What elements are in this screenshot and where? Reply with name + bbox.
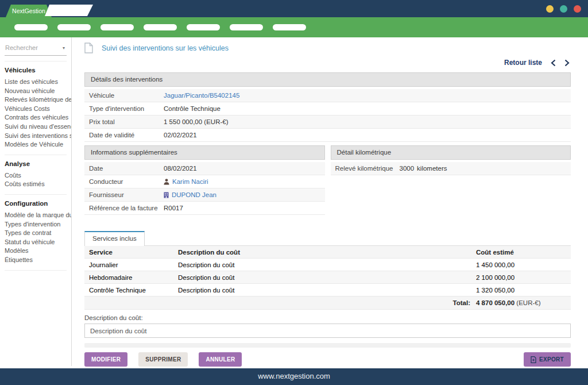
titlebar: NextGestion: [0, 0, 588, 17]
field-value: 1 550 000,00 (EUR-€): [164, 118, 229, 125]
sidebar-item-liste-vehicules[interactable]: Liste des véhicules: [5, 78, 71, 87]
total-amount: 4 870 050,00: [476, 299, 514, 306]
sidebar-search[interactable]: ▾: [5, 42, 67, 56]
details-panel-header: Détails des interventions: [84, 72, 571, 87]
sidebar-item-suivi-interventions[interactable]: Suivi des interventions su...: [5, 132, 71, 141]
page-title: Suivi des interventions sur les véhicule…: [102, 44, 229, 52]
window-dot-red-icon[interactable]: [574, 5, 581, 13]
sidebar-item-modeles[interactable]: Modèles: [5, 247, 71, 256]
sidebar-section-vehicules: Véhicules Liste des véhicules Nouveau vé…: [5, 67, 71, 149]
table-row: Contrôle Technique Description du coût 1…: [84, 284, 571, 297]
sidebar-section-title: Analyse: [5, 160, 71, 167]
nav-pill[interactable]: [57, 24, 91, 30]
field-label: Fournisseur: [89, 191, 164, 198]
search-input[interactable]: [5, 44, 52, 51]
supp-row-conducteur: Conducteur Karim Naciri: [84, 175, 325, 188]
window-dot-yellow-icon[interactable]: [546, 5, 554, 13]
total-value: 4 870 050,00 (EUR-€): [476, 299, 571, 306]
sidebar-item-types-intervention[interactable]: Types d'intervention: [5, 220, 71, 229]
field-label: Relevé kilométrique: [335, 165, 400, 172]
supplier-name: DUPOND Jean: [172, 191, 216, 198]
field-value: Contrôle Technique: [164, 105, 220, 112]
total-currency: (EUR-€): [516, 299, 540, 306]
cancel-button[interactable]: ANNULER: [199, 352, 242, 367]
window-dot-green-icon[interactable]: [560, 5, 567, 13]
detail-row-prix-total: Prix total 1 550 000,00 (EUR-€): [84, 116, 571, 129]
cost-description-label: Description du coût:: [84, 314, 571, 321]
back-to-list-link[interactable]: Retour liste: [504, 59, 542, 67]
supp-row-date: Date 08/02/2021: [84, 162, 325, 175]
sidebar-item-nouveau-vehicule[interactable]: Nouveau véhicule: [5, 87, 71, 96]
cost-description-input[interactable]: [84, 324, 571, 338]
app-logo[interactable]: NextGestion: [6, 5, 52, 17]
mileage-panel: Détail kilométrique Relevé kilométrique …: [331, 145, 571, 215]
sidebar-item-couts-estimes[interactable]: Coûts estimés: [5, 180, 71, 189]
total-label: Total:: [178, 299, 476, 306]
service-name: Journalier: [84, 261, 178, 268]
field-label: Date de validité: [89, 132, 164, 138]
sidebar-divider: [5, 270, 67, 271]
mileage-row: Relevé kilométrique 3000 kilometers: [331, 162, 571, 175]
toolbar: Retour liste: [84, 56, 571, 72]
sidebar: ▾ Véhicules Liste des véhicules Nouveau …: [0, 37, 72, 366]
table-row: Hebdomadaire Description du coût 2 100 0…: [84, 271, 571, 284]
tab-services-inclus[interactable]: Services inclus: [84, 231, 145, 246]
nav-pill[interactable]: [144, 24, 177, 30]
person-icon: [164, 179, 169, 185]
service-cost: 1 320 050,00: [476, 287, 571, 294]
sidebar-item-contrats[interactable]: Contrats des véhicules: [5, 113, 71, 122]
service-cost: 2 100 000,00: [476, 274, 571, 281]
driver-link[interactable]: Karim Naciri: [164, 178, 208, 185]
chevron-right-icon: [564, 59, 570, 67]
field-label: Type d'intervention: [89, 105, 164, 112]
next-record-button[interactable]: [564, 59, 570, 67]
supplier-link[interactable]: DUPOND Jean: [164, 191, 216, 198]
sidebar-section-title: Véhicules: [5, 67, 71, 74]
sidebar-divider: [5, 155, 67, 155]
delete-button[interactable]: SUPPRIMER: [138, 352, 188, 367]
sidebar-section-analyse: Analyse Coûts Coûts estimés: [5, 160, 71, 189]
column-header-service: Service: [84, 249, 178, 256]
sidebar-item-modeles-vehicule[interactable]: Modèles de Véhicule: [5, 140, 71, 149]
supplementary-panel-header: Informations supplémentaires: [84, 145, 325, 160]
chevron-left-icon: [551, 59, 556, 67]
action-bar: MODIFIER SUPPRIMER ANNULER EXPORT: [84, 352, 571, 367]
service-name: Contrôle Technique: [84, 287, 178, 294]
supp-row-fournisseur: Fournisseur DUPOND Jean: [84, 188, 325, 202]
vehicle-link[interactable]: Jaguar/Picanto/B5402145: [164, 92, 239, 99]
field-label: Prix total: [89, 118, 164, 125]
sidebar-item-etiquettes[interactable]: Étiquettes: [5, 256, 71, 265]
export-button-label: EXPORT: [539, 356, 564, 363]
sidebar-item-modele-marque[interactable]: Modèle de la marque du v...: [5, 211, 71, 220]
sidebar-item-vehicules-costs[interactable]: Véhicules Costs: [5, 105, 71, 114]
footer: www.nextgestion.com: [0, 366, 588, 385]
field-value: 08/02/2021: [164, 165, 197, 172]
column-header-cout: Coût estimé: [476, 249, 571, 256]
sidebar-item-releves-kilometrique[interactable]: Relevés kilomètrique des ...: [5, 95, 71, 105]
nav-pill[interactable]: [14, 24, 48, 30]
section-divider: [84, 343, 571, 348]
detail-row-vehicule: Véhicule Jaguar/Picanto/B5402145: [84, 89, 571, 102]
chevron-down-icon[interactable]: ▾: [63, 45, 65, 51]
sidebar-item-statut-vehicule[interactable]: Statut du véhicule: [5, 238, 71, 247]
export-button[interactable]: EXPORT: [524, 352, 571, 367]
service-name: Hebdomadaire: [84, 274, 178, 281]
sidebar-section-title: Configuration: [5, 200, 71, 207]
mileage-panel-header: Détail kilométrique: [331, 145, 571, 160]
column-header-description: Description du coût: [178, 249, 476, 256]
sidebar-item-types-contrat[interactable]: Types de contrat: [5, 229, 71, 238]
mileage-number: 3000: [400, 165, 415, 172]
sidebar-item-niveau-essence[interactable]: Suivi du niveau d'essence: [5, 122, 71, 132]
previous-record-button[interactable]: [551, 59, 556, 67]
nav-pill[interactable]: [100, 24, 134, 30]
nav-pill[interactable]: [230, 24, 263, 30]
services-table: Service Description du coût Coût estimé …: [84, 245, 571, 310]
modify-button[interactable]: MODIFIER: [84, 352, 127, 367]
nav-pill[interactable]: [273, 24, 306, 30]
sidebar-divider: [5, 194, 67, 195]
sidebar-item-couts[interactable]: Coûts: [5, 171, 71, 180]
nav-pill[interactable]: [187, 24, 220, 30]
sidebar-divider: [5, 61, 67, 61]
window-dots: [546, 5, 581, 13]
service-description: Description du coût: [178, 261, 476, 268]
